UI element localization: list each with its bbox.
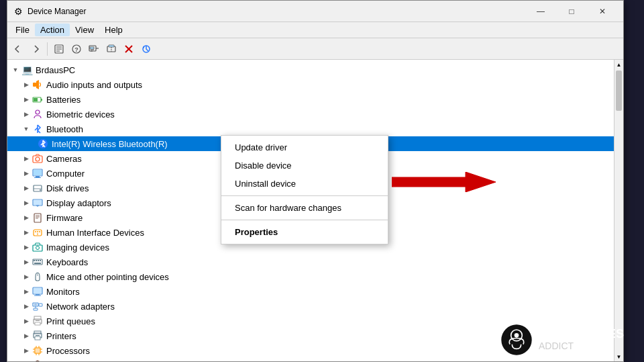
svg-rect-55 — [34, 296, 41, 296]
device-manager-window: ⚙ Device Manager — □ ✕ File Action View … — [7, 0, 624, 362]
computer-icon: 💻 — [21, 64, 33, 76]
svg-point-29 — [40, 189, 41, 191]
tree-item-bluetooth[interactable]: ▼ Bluetooth — [7, 122, 614, 136]
properties-button[interactable] — [51, 41, 67, 57]
batteries-label: Batteries — [46, 95, 80, 105]
disk-label: Disk drives — [46, 183, 89, 193]
keyboard-icon — [32, 256, 44, 268]
bluetooth-icon — [32, 123, 44, 135]
expander-firmware[interactable]: ▶ — [21, 210, 32, 225]
maximize-button[interactable]: □ — [556, 1, 587, 22]
window-controls: — □ ✕ — [525, 1, 618, 22]
scrollbar[interactable]: ▲ ▼ — [614, 60, 623, 361]
tree-item-batteries[interactable]: ▶ Batteries — [7, 92, 614, 107]
mice-label: Mice and other pointing devices — [46, 272, 169, 282]
processor-icon — [32, 345, 44, 357]
expander-keyboards[interactable]: ▶ — [21, 255, 32, 269]
svg-rect-24 — [34, 170, 42, 175]
context-properties[interactable]: Properties — [221, 223, 388, 241]
tree-item-network[interactable]: ▶ Network adapters — [7, 299, 614, 314]
imaging-label: Imaging devices — [46, 242, 109, 253]
tree-item-security[interactable]: ▶ Security devices — [7, 358, 614, 361]
printers-label: Printers — [46, 331, 76, 341]
svg-rect-70 — [36, 349, 40, 353]
bluetooth-device-label: Intel(R) Wireless Bluetooth(R) — [52, 139, 168, 149]
expander-imaging[interactable]: ▶ — [21, 240, 32, 255]
expander-audio[interactable]: ▶ — [21, 77, 32, 92]
expander-network[interactable]: ▶ — [21, 299, 32, 314]
tree-item-biometric[interactable]: ▶ Biometric devices — [7, 107, 614, 122]
svg-rect-49 — [40, 260, 41, 261]
bluetooth-device-icon — [37, 138, 49, 150]
svg-point-19 — [36, 110, 40, 114]
tree-item-keyboards[interactable]: ▶ Keyboards — [7, 255, 614, 269]
audio-icon — [32, 79, 44, 91]
expander-cameras[interactable]: ▶ — [21, 151, 32, 166]
expander-mice[interactable]: ▶ — [21, 269, 32, 284]
uninstall-button[interactable] — [121, 41, 137, 57]
scroll-up-button[interactable]: ▲ — [614, 60, 623, 69]
expander-printers[interactable]: ▶ — [21, 328, 32, 343]
context-update-driver[interactable]: Update driver — [221, 138, 388, 156]
display-label: Display adaptors — [46, 198, 111, 208]
menu-help[interactable]: Help — [99, 24, 128, 36]
menu-file[interactable]: File — [10, 24, 35, 36]
expander-monitors[interactable]: ▶ — [21, 284, 32, 299]
rollback-button[interactable] — [138, 41, 154, 57]
scrollbar-thumb[interactable] — [616, 71, 622, 111]
expander-security[interactable]: ▶ — [21, 358, 32, 361]
monitor-icon — [32, 285, 44, 298]
context-disable-device[interactable]: Disable device — [221, 156, 388, 175]
watermark: HEADPHONESADDICT — [500, 323, 624, 357]
hid-label: Human Interface Devices — [46, 228, 144, 238]
expander-bluetooth[interactable]: ▼ — [21, 122, 32, 136]
expander-computer[interactable]: ▶ — [21, 166, 32, 181]
tree-item-root[interactable]: ▼ 💻 BrdausPC — [7, 62, 614, 77]
close-button[interactable]: ✕ — [587, 1, 618, 22]
svg-point-39 — [35, 231, 36, 232]
firmware-label: Firmware — [46, 213, 83, 223]
context-menu: Update driver Disable device Uninstall d… — [221, 135, 388, 244]
tree-item-monitors[interactable]: ▶ Monitors — [7, 284, 614, 299]
expander-processors[interactable]: ▶ — [21, 343, 32, 358]
help-button[interactable]: ? — [68, 41, 85, 57]
minimize-button[interactable]: — — [525, 1, 556, 22]
svg-rect-54 — [36, 294, 40, 296]
expander-batteries[interactable]: ▶ — [21, 92, 32, 107]
svg-rect-18 — [34, 98, 38, 101]
svg-point-82 — [515, 333, 519, 338]
expander-disk[interactable]: ▶ — [21, 181, 32, 195]
scan-button[interactable] — [86, 41, 102, 57]
svg-rect-57 — [34, 304, 37, 306]
tree-item-mice[interactable]: ▶ Mice and other pointing devices — [7, 269, 614, 284]
expander-printq[interactable]: ▶ — [21, 314, 32, 328]
root-label: BrdausPC — [36, 65, 75, 75]
menu-action[interactable]: Action — [35, 24, 70, 36]
context-uninstall-device[interactable]: Uninstall device — [221, 175, 388, 193]
hid-icon — [32, 226, 44, 238]
context-scan-changes[interactable]: Scan for hardware changes — [221, 199, 388, 217]
back-button[interactable] — [10, 41, 26, 57]
keyboards-label: Keyboards — [46, 257, 88, 267]
toolbar: ? — [7, 38, 623, 60]
svg-rect-17 — [41, 99, 42, 101]
watermark-text: HEADPHONESADDICT — [539, 328, 624, 351]
svg-point-22 — [36, 157, 40, 161]
expander-biometric[interactable]: ▶ — [21, 107, 32, 122]
expander-hid[interactable]: ▶ — [21, 225, 32, 240]
tree-item-audio[interactable]: ▶ Audio inputs and outputs — [7, 77, 614, 92]
menu-view[interactable]: View — [70, 24, 99, 36]
expander-root[interactable]: ▼ — [10, 62, 21, 77]
svg-rect-10 — [109, 45, 114, 47]
update-driver-button[interactable] — [103, 41, 119, 57]
expander-display[interactable]: ▶ — [21, 195, 32, 210]
svg-rect-63 — [35, 322, 40, 325]
computer-icon2 — [32, 167, 44, 179]
forward-button[interactable] — [28, 41, 44, 57]
svg-rect-53 — [34, 288, 42, 293]
firmware-icon — [32, 212, 44, 224]
expander-bt-device — [32, 136, 37, 151]
biometric-label: Biometric devices — [46, 109, 115, 120]
computer-label: Computer — [46, 169, 85, 179]
scrollbar-track[interactable] — [614, 69, 623, 352]
